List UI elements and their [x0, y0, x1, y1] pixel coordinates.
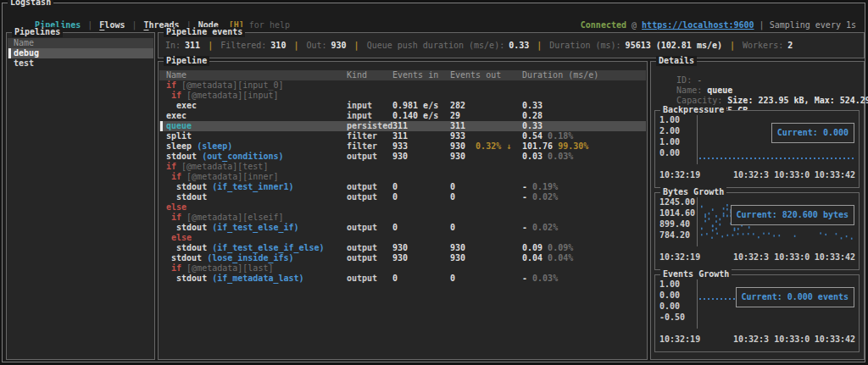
plugin-name: stdout	[166, 182, 212, 191]
row-events-out: 311	[450, 121, 465, 131]
pipeline-list: debugtest	[8, 48, 153, 69]
table-row[interactable]: stdout (out_conditions)output9309300.03 …	[159, 152, 646, 162]
y-axis-tick: 1.00	[659, 279, 680, 290]
table-row[interactable]: if [@metadata][input]	[159, 91, 646, 101]
row-events-out: 930	[450, 152, 465, 162]
table-row[interactable]: execinput0.981 e/s2820.33	[159, 101, 646, 111]
series-line	[699, 298, 737, 300]
stat-value: 2	[787, 41, 793, 50]
table-row[interactable]: if [@metadata][inner]	[159, 172, 646, 182]
row-duration: 0.03 0.03%	[522, 152, 573, 162]
pipeline-list-item-test[interactable]: test	[8, 58, 153, 69]
table-row[interactable]: queuepersisted3113110.33	[159, 121, 646, 131]
row-name: if [@metadata][inner]	[166, 172, 278, 182]
table-row[interactable]: else	[159, 233, 646, 243]
row-events-out: 0	[450, 223, 455, 233]
connection-status: Connected	[581, 20, 626, 30]
column-header: Events out	[450, 70, 501, 80]
row-kind: output	[347, 274, 377, 284]
table-row[interactable]: stdout (if_metadata_last)output00- 0.03%	[159, 274, 646, 284]
plugin-name: stdout	[166, 152, 202, 161]
column-header: Events in	[392, 70, 438, 80]
row-events-in: 0	[392, 223, 398, 233]
condition-text: [@metadata][elseif]	[186, 213, 283, 222]
row-events-out: 930	[450, 243, 465, 253]
row-events-in: 930	[392, 152, 408, 162]
stat-separator: |	[537, 41, 542, 50]
table-row[interactable]: sleep (sleep)filter933930 0.32% ↓101.76 …	[159, 141, 646, 152]
chart-backpressure: Backpressure1.002.001.000.0010:32:1910:3…	[654, 110, 860, 188]
row-duration-pct: 99.30%	[553, 141, 588, 151]
tab-separator: |	[131, 20, 136, 30]
row-kind: input	[347, 111, 372, 121]
stat-value: 930	[331, 41, 347, 50]
plugin-name: queue	[166, 121, 192, 130]
table-row[interactable]: if [@metadata][elseif]	[159, 213, 646, 223]
current-value-box: Current: 820.600 bytes	[731, 205, 854, 225]
plugin-name: exec	[166, 111, 186, 120]
table-row[interactable]: if [@metadata][input_0]	[159, 80, 646, 91]
row-name: split	[166, 131, 192, 141]
y-axis-tick: 2.00	[659, 126, 680, 136]
row-duration: 0.28	[522, 111, 542, 121]
condition-text: [@metadata][last]	[186, 263, 273, 273]
table-row[interactable]: execinput0.140 e/s290.28	[159, 111, 646, 121]
table-row[interactable]: splitfilter3119330.54 0.18%	[159, 131, 646, 141]
current-value-box: Current: 0.000	[771, 123, 854, 143]
row-events-out: 930 0.32% ↓	[450, 141, 511, 152]
table-row[interactable]: if [@metadata][test]	[159, 162, 646, 172]
row-kind: output	[347, 243, 377, 253]
current-value-box: Current: 0.000 events	[736, 287, 854, 307]
table-row[interactable]: stdoutoutput00- 0.02%	[159, 192, 646, 202]
plugin-name: if	[166, 162, 181, 171]
plugin-name: (if_test_else_if)	[212, 223, 298, 232]
plugin-name: (if_test_else_if_else)	[212, 243, 324, 252]
plugin-name: exec	[166, 101, 197, 110]
row-name: stdout (lose_inside_ifs)	[166, 253, 294, 263]
stat-label: Filtered:	[220, 41, 266, 50]
row-events-in: 311	[392, 131, 408, 141]
row-duration: 0.33	[522, 101, 542, 111]
row-events-in: 0	[392, 274, 398, 284]
x-axis-tick: 10:32:3 10:33:0	[733, 335, 810, 345]
window-title: Logstash	[8, 0, 53, 8]
row-events-in: 930	[392, 243, 408, 253]
row-duration-pct: 0.09%	[542, 243, 573, 252]
row-events-out: 0	[450, 192, 455, 202]
y-axis-tick: 1.00	[659, 115, 680, 125]
plugin-name: (lose_inside_ifs)	[207, 253, 293, 263]
table-row[interactable]: else	[159, 202, 646, 213]
y-axis-line	[697, 279, 698, 329]
plugin-name: (if_test_inner1)	[212, 182, 293, 191]
table-row[interactable]: stdout (lose_inside_ifs)output9309300.04…	[159, 253, 646, 263]
plugin-name: if	[166, 172, 186, 181]
plugin-name: (sleep)	[197, 141, 232, 151]
tab-flows[interactable]: Flows	[99, 20, 125, 30]
table-row[interactable]: stdout (if_test_else_if)output00- 0.02%	[159, 223, 646, 233]
row-name: queue	[166, 121, 192, 131]
condition-text: [@metadata][input_0]	[181, 80, 283, 90]
row-name: else	[166, 202, 186, 213]
row-events-in: 0.140 e/s	[392, 111, 438, 121]
row-name: if [@metadata][input]	[166, 91, 278, 101]
pipelines-panel: Pipelines Name debugtest	[6, 32, 155, 360]
row-duration: - 0.02%	[522, 192, 558, 202]
row-duration: 101.76 99.30%	[522, 141, 588, 152]
row-name: stdout (if_test_inner1)	[166, 182, 294, 192]
table-row[interactable]: if [@metadata][last]	[159, 263, 646, 274]
api-url-link[interactable]: https://localhost:9600	[642, 20, 754, 30]
plugin-name: (if_metadata_last)	[212, 274, 303, 283]
row-name: stdout	[166, 192, 207, 202]
pipeline-list-item-debug[interactable]: debug	[8, 48, 153, 58]
pipeline-panel: Pipeline NameKindEvents inEvents outDura…	[158, 61, 648, 360]
row-events-in: 0	[392, 182, 398, 192]
plugin-name: sleep	[166, 141, 197, 151]
pipeline-table-body: if [@metadata][input_0] if [@metadata][i…	[159, 80, 646, 284]
pipeline-events-panel: Pipeline events In:311|Filtered:310|Out:…	[158, 32, 865, 58]
row-name: else	[166, 233, 192, 243]
x-axis-tick: 10:33:42	[815, 170, 855, 180]
row-name: stdout (if_metadata_last)	[166, 274, 304, 284]
row-duration: - 0.19%	[522, 182, 558, 192]
table-row[interactable]: stdout (if_test_inner1)output00- 0.19%	[159, 182, 646, 192]
table-row[interactable]: stdout (if_test_else_if_else)output93093…	[159, 243, 646, 253]
